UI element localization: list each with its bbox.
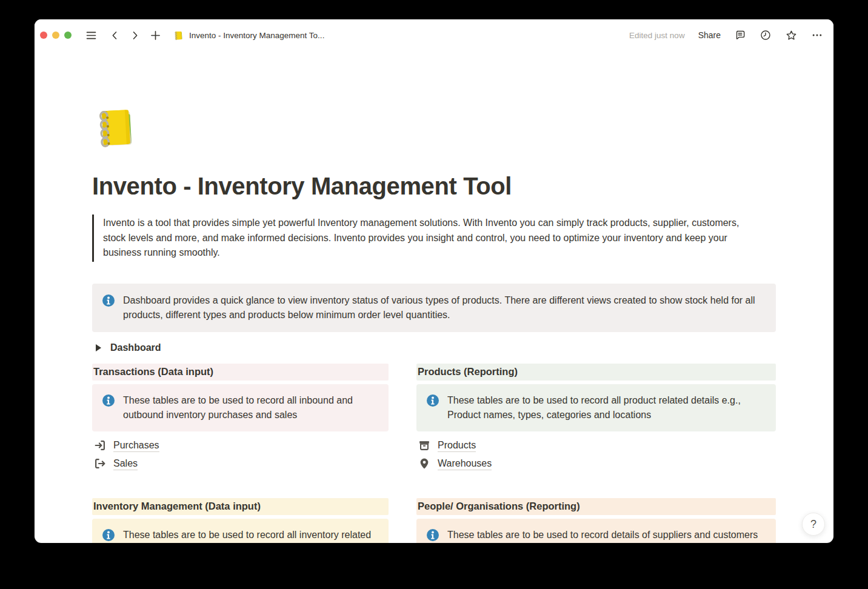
section-links: Products Warehouses [416, 438, 776, 471]
dashboard-callout-text: Dashboard provides a quick glance to vie… [123, 293, 758, 322]
exit-arrow-icon [93, 457, 107, 470]
link-label[interactable]: Warehouses [438, 457, 492, 470]
close-window-button[interactable] [40, 32, 47, 39]
more-options-icon[interactable] [811, 29, 823, 41]
link-label[interactable]: Sales [113, 457, 138, 470]
help-button[interactable]: ? [802, 513, 825, 536]
page-link-warehouses[interactable]: Warehouses [416, 456, 776, 471]
page-icon-notebook[interactable] [92, 105, 139, 150]
link-label[interactable]: Purchases [113, 439, 159, 452]
quote-block: Invento is a tool that provides simple y… [92, 215, 756, 262]
favorite-star-icon[interactable] [785, 29, 798, 42]
section-products: Products (Reporting) These tables are to… [416, 364, 776, 474]
info-icon [102, 394, 115, 407]
section-callout-text: These tables are to be used to record al… [447, 393, 766, 422]
section-heading: Products (Reporting) [416, 364, 776, 381]
section-callout: These tables are to be used to record al… [416, 384, 776, 431]
section-callout: These tables are to be used to record al… [92, 519, 389, 544]
section-heading: Transactions (Data input) [92, 364, 389, 381]
section-callout-text: These tables are to be used to record al… [123, 393, 379, 422]
history-clock-icon[interactable] [760, 29, 772, 41]
info-icon [102, 528, 115, 542]
toggle-triangle-icon[interactable] [96, 344, 101, 351]
forward-icon[interactable] [129, 30, 141, 41]
app-window: Invento - Inventory Management To... Edi… [35, 19, 833, 543]
comments-icon[interactable] [734, 29, 746, 41]
info-icon [102, 294, 115, 307]
dashboard-toggle[interactable]: Dashboard [92, 339, 776, 356]
page-title: Invento - Inventory Management Tool [92, 171, 776, 201]
page-content: Invento - Inventory Management Tool Inve… [35, 51, 833, 543]
section-callout-text: These tables are to be used to record de… [447, 528, 758, 542]
page-link-purchases[interactable]: Purchases [92, 438, 389, 453]
archive-box-icon [418, 439, 431, 452]
toggle-label: Dashboard [110, 342, 161, 353]
dashboard-callout: Dashboard provides a quick glance to vie… [92, 284, 776, 332]
breadcrumb[interactable]: Invento - Inventory Management To... [173, 30, 324, 41]
titlebar-actions: Edited just now Share [629, 29, 823, 42]
page-link-sales[interactable]: Sales [92, 456, 389, 471]
section-inventory-management: Inventory Management (Data input) These … [92, 498, 389, 544]
zoom-window-button[interactable] [64, 32, 72, 39]
link-label[interactable]: Products [438, 439, 476, 452]
columns-row-1: Transactions (Data input) These tables a… [92, 364, 776, 474]
section-callout: These tables are to be used to record de… [416, 519, 776, 544]
section-transactions: Transactions (Data input) These tables a… [92, 364, 389, 474]
titlebar-nav [85, 29, 162, 42]
info-icon [426, 528, 439, 542]
columns-row-2: Inventory Management (Data input) These … [92, 498, 776, 544]
new-tab-plus-icon[interactable] [149, 29, 162, 42]
page-link-products[interactable]: Products [416, 438, 776, 453]
location-pin-icon [418, 457, 431, 470]
section-heading: Inventory Management (Data input) [92, 498, 389, 515]
share-button[interactable]: Share [698, 30, 721, 40]
section-callout: These tables are to be used to record al… [92, 384, 389, 431]
edited-status: Edited just now [629, 31, 685, 40]
titlebar: Invento - Inventory Management To... Edi… [35, 19, 833, 51]
section-callout-text: These tables are to be used to record al… [123, 528, 379, 544]
back-icon[interactable] [109, 30, 121, 41]
section-people-organisations: People/ Organisations (Reporting) These … [416, 498, 776, 544]
tab-title: Invento - Inventory Management To... [189, 31, 324, 40]
section-heading: People/ Organisations (Reporting) [416, 498, 776, 515]
sidebar-menu-icon[interactable] [85, 29, 98, 42]
info-icon [426, 394, 439, 407]
traffic-lights [40, 32, 72, 39]
section-links: Purchases Sales [92, 438, 389, 471]
minimize-window-button[interactable] [52, 32, 59, 39]
page-notebook-icon [173, 30, 184, 41]
enter-arrow-icon [93, 439, 107, 452]
